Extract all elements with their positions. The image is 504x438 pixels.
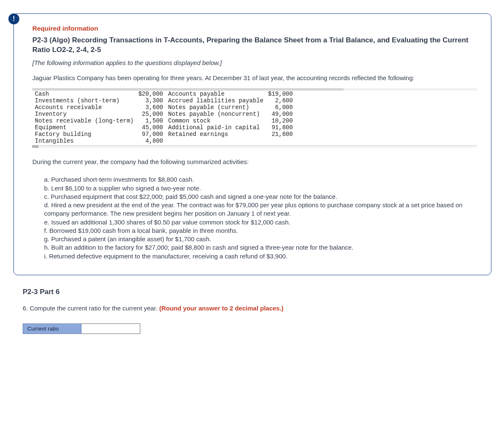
list-item: i. Returned defective equipment to the m… [44, 252, 477, 261]
question-prefix: 6. Compute the current ratio for the cur… [23, 305, 159, 312]
list-item: h. Built an addition to the factory for … [44, 243, 477, 252]
list-item: b. Lent $6,100 to a supplier who signed … [44, 184, 477, 193]
ledger-right-value: $19,000 [266, 91, 295, 97]
answer-label: Current ratio [23, 323, 81, 334]
applies-note: [The following information applies to th… [32, 59, 477, 66]
ledger-left-label: Cash [35, 91, 136, 97]
required-info-label: Required information [32, 25, 477, 32]
ledger-left-value: $20,000 [136, 91, 165, 97]
ledger-scrollbar-bottom[interactable] [32, 145, 477, 148]
table-row: Inventory 25,000 Notes payable (noncurre… [35, 111, 295, 117]
question-text: 6. Compute the current ratio for the cur… [23, 305, 491, 312]
activities-intro: During the current year, the company had… [32, 158, 477, 166]
required-info-panel: Required information P2-3 (Algo) Recordi… [13, 13, 491, 275]
problem-title: P2-3 (Algo) Recording Transactions in T-… [32, 36, 477, 55]
ledger-right-label: Accounts payable [165, 91, 266, 97]
scrollbar-thumb[interactable] [32, 146, 38, 148]
list-item: d. Hired a new president at the end of t… [44, 201, 477, 218]
list-item: c. Purchased equipment that cost $22,000… [44, 193, 477, 201]
list-item: e. Issued an additional 1,300 shares of … [44, 218, 477, 227]
intro-paragraph: Jaguar Plastics Company has been operati… [32, 74, 477, 82]
list-item: a. Purchased short-term investments for … [44, 175, 477, 184]
table-row: Investments (short-term) 3,300 Accrued l… [35, 97, 295, 104]
activities-list: a. Purchased short-term investments for … [44, 175, 477, 261]
ledger-scrollbar-top [32, 88, 477, 91]
table-row: Notes receivable (long-term) 1,500 Commo… [35, 117, 295, 124]
ledger-table: Cash $20,000 Accounts payable $19,000 In… [35, 91, 295, 144]
table-row: Equipment 45,000 Additional paid-in capi… [35, 124, 295, 131]
table-row: Factory building 97,000 Retained earning… [35, 131, 295, 138]
ledger-block: Cash $20,000 Accounts payable $19,000 In… [32, 88, 477, 148]
table-row: Intangibles 4,800 [35, 138, 295, 144]
current-ratio-input[interactable] [81, 323, 140, 334]
list-item: f. Borrowed $19,000 cash from a local ba… [44, 227, 477, 235]
table-row: Accounts receivable 3,600 Notes payable … [35, 104, 295, 111]
table-row: Cash $20,000 Accounts payable $19,000 [35, 91, 295, 97]
answer-row: Current ratio [23, 323, 491, 334]
question-hint: (Round your answer to 2 decimal places.) [159, 305, 284, 312]
part-heading: P2-3 Part 6 [23, 288, 491, 296]
list-item: g. Purchased a patent (an intangible ass… [44, 235, 477, 243]
info-badge-icon: ! [8, 13, 19, 24]
